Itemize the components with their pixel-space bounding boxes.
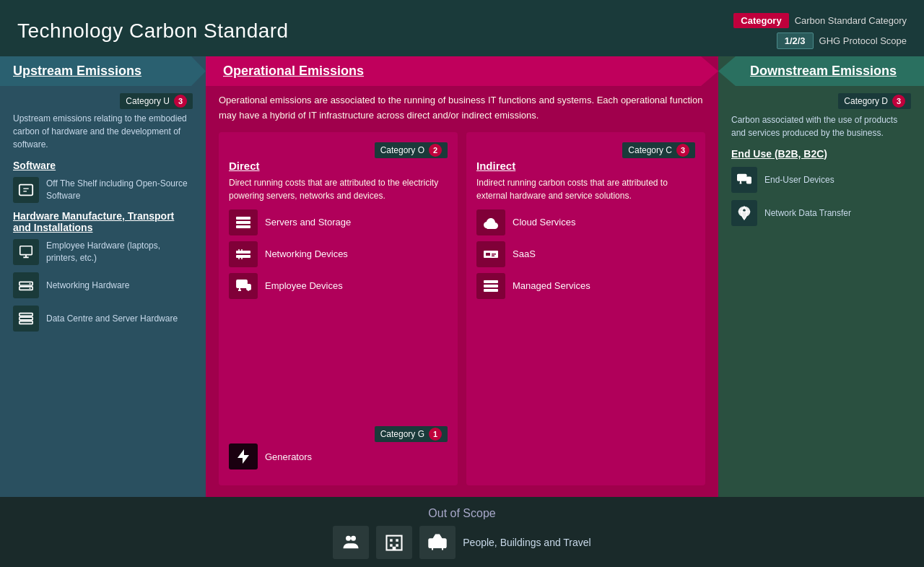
direct-item-label-0: Servers and Storage xyxy=(265,217,351,228)
legend: Category Carbon Standard Category 1/2/3 … xyxy=(733,13,907,49)
direct-category-badge: Category O 2 xyxy=(375,142,448,158)
hardware-item-0: Employee Hardware (laptops, printers, et… xyxy=(13,239,193,265)
svg-rect-21 xyxy=(247,285,250,290)
svg-point-9 xyxy=(30,287,31,289)
svg-rect-34 xyxy=(747,177,751,183)
svg-rect-25 xyxy=(486,253,490,256)
out-of-scope-panel: Out of Scope People, Buildings and Trave… xyxy=(0,497,924,567)
downstream-item-1: Network Data Transfer xyxy=(731,200,911,226)
software-icon xyxy=(13,177,39,203)
svg-point-8 xyxy=(30,283,31,285)
oos-title: Out of Scope xyxy=(428,507,495,520)
legend-category-row: Category Carbon Standard Category xyxy=(733,13,907,28)
upstream-desc: Upstream emissions relating to the embod… xyxy=(13,112,193,151)
managed-services-icon xyxy=(476,273,505,299)
oos-item-label-0: People, Buildings and Travel xyxy=(463,537,590,548)
svg-rect-28 xyxy=(484,280,498,283)
saas-icon xyxy=(476,241,505,267)
svg-rect-14 xyxy=(236,221,250,224)
downstream-panel: Downstream Emissions Category D 3 Carbon… xyxy=(718,56,924,497)
svg-rect-16 xyxy=(236,251,250,254)
header: Technology Carbon Standard Category Carb… xyxy=(0,0,924,56)
servers-storage-icon xyxy=(229,209,258,235)
svg-rect-12 xyxy=(19,321,32,324)
oos-buildings-icon xyxy=(376,526,412,559)
category-badge: Category xyxy=(733,13,788,28)
network-data-transfer-icon xyxy=(731,200,757,226)
indirect-item-label-1: SaaS xyxy=(513,248,536,259)
generators-category-label: Category G xyxy=(380,429,424,439)
category-desc: Carbon Standard Category xyxy=(795,15,907,26)
sub-panels: Category O 2 Direct Direct running costs… xyxy=(219,132,705,485)
end-user-devices-icon xyxy=(731,167,757,193)
svg-rect-13 xyxy=(236,217,250,220)
svg-rect-26 xyxy=(492,254,496,255)
oos-people-icon xyxy=(333,526,369,559)
direct-title: Direct xyxy=(229,160,448,172)
direct-item-2: Employee Devices xyxy=(229,273,448,299)
direct-category-num: 2 xyxy=(429,144,442,157)
indirect-item-2: Managed Services xyxy=(476,273,695,299)
downstream-item-label-0: End-User Devices xyxy=(764,174,834,186)
scope-badge: 1/2/3 xyxy=(777,33,814,49)
svg-rect-31 xyxy=(738,175,746,181)
indirect-item-0: Cloud Services xyxy=(476,209,695,235)
svg-marker-23 xyxy=(237,449,249,464)
svg-rect-39 xyxy=(390,539,393,542)
svg-point-37 xyxy=(351,536,356,541)
employee-hardware-icon xyxy=(13,239,39,265)
upstream-category-label: Category U xyxy=(126,96,170,106)
oos-items: People, Buildings and Travel xyxy=(333,526,590,559)
generators-category-badge: Category G 1 xyxy=(375,426,448,442)
hardware-item-label-1: Networking Hardware xyxy=(46,280,129,292)
networking-devices-icon xyxy=(229,241,258,267)
svg-rect-40 xyxy=(396,539,399,542)
direct-category-label: Category O xyxy=(380,145,424,155)
downstream-category-badge: Category D 3 xyxy=(838,93,911,109)
operational-title: Operational Emissions xyxy=(223,64,364,78)
svg-rect-15 xyxy=(236,225,250,228)
upstream-category-badge: Category U 3 xyxy=(120,93,193,109)
svg-rect-11 xyxy=(19,317,32,320)
generators-category-num: 1 xyxy=(429,428,442,441)
svg-rect-3 xyxy=(20,246,32,255)
generators-icon xyxy=(229,443,258,469)
direct-item-1: Networking Devices xyxy=(229,241,448,267)
svg-rect-43 xyxy=(393,547,396,550)
indirect-item-label-0: Cloud Services xyxy=(513,217,575,228)
oos-travel-icon xyxy=(419,526,456,559)
end-use-title: End Use (B2B, B2C) xyxy=(731,148,911,160)
svg-point-36 xyxy=(346,536,351,541)
svg-rect-44 xyxy=(430,539,446,547)
direct-desc: Direct running costs that are attributed… xyxy=(229,176,448,202)
hardware-item-label-2: Data Centre and Server Hardware xyxy=(46,313,178,325)
downstream-desc: Carbon associated with the use of produc… xyxy=(731,113,911,139)
upstream-panel: Upstream Emissions Category U 3 Upstream… xyxy=(0,56,206,497)
indirect-desc: Indirect running carbon costs that are a… xyxy=(476,176,695,202)
indirect-panel: Category C 3 Indirect Indirect running c… xyxy=(466,132,705,485)
svg-rect-27 xyxy=(492,255,494,256)
hardware-item-2: Data Centre and Server Hardware xyxy=(13,306,193,332)
indirect-item-1: SaaS xyxy=(476,241,695,267)
svg-rect-0 xyxy=(19,185,32,196)
direct-item-3: Generators xyxy=(229,443,448,469)
data-centre-icon xyxy=(13,306,39,332)
svg-rect-10 xyxy=(19,313,32,316)
software-item-label-0: Off The Shelf including Open-Source Soft… xyxy=(46,178,193,202)
app-title: Technology Carbon Standard xyxy=(17,20,289,43)
main-layout: Upstream Emissions Category U 3 Upstream… xyxy=(0,56,924,497)
svg-rect-42 xyxy=(396,544,399,547)
svg-rect-18 xyxy=(237,280,247,287)
software-title: Software xyxy=(13,160,193,171)
downstream-category-label: Category D xyxy=(844,96,888,106)
indirect-category-label: Category C xyxy=(628,145,672,155)
svg-rect-29 xyxy=(484,285,498,287)
svg-rect-17 xyxy=(236,255,250,258)
networking-hardware-icon xyxy=(13,272,39,298)
hardware-title: Hardware Manufacture, Transport and Inst… xyxy=(13,210,193,233)
direct-item-0: Servers and Storage xyxy=(229,209,448,235)
svg-rect-41 xyxy=(390,544,393,547)
downstream-item-label-1: Network Data Transfer xyxy=(764,207,851,220)
downstream-title: Downstream Emissions xyxy=(750,64,897,78)
svg-rect-30 xyxy=(484,289,498,292)
